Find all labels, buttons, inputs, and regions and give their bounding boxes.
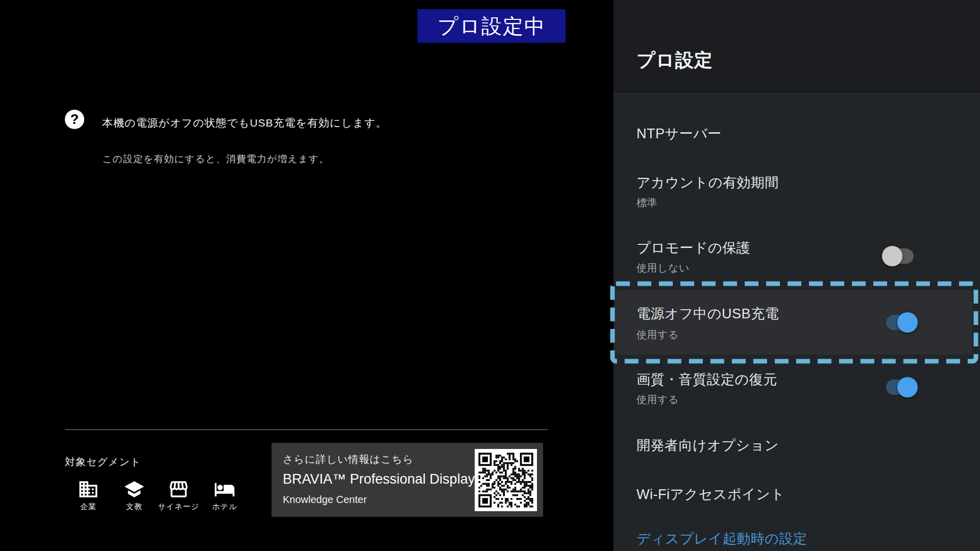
menu-item-value: 使用する	[636, 328, 679, 342]
menu-item-value: 使用しない	[636, 261, 690, 275]
menu-item-label: NTPサーバー	[636, 124, 722, 143]
segment-item-hotel: ホテル	[197, 479, 253, 514]
menu-item-label: 開発者向けオプション	[636, 436, 779, 455]
menu-item-label: プロモードの保護	[636, 239, 750, 257]
info-more-details-text: さらに詳しい情報はこちら	[283, 453, 413, 466]
pro-settings-panel: プロ設定 NTPサーバー アカウントの有効期間 標準 プロモードの保護 使用しな…	[614, 0, 980, 551]
target-segments-title: 対象セグメント	[65, 455, 141, 469]
hotel-icon	[214, 479, 235, 500]
menu-item-value: 標準	[636, 196, 657, 210]
help-question-icon: ?	[65, 110, 84, 129]
toggle-av-settings-restore[interactable]	[886, 380, 914, 395]
info-knowledge-center-text: Knowledge Center	[283, 494, 367, 506]
school-icon	[124, 479, 145, 500]
setting-description-line2: この設定を有効にすると、消費電力が増えます。	[102, 153, 329, 166]
toggle-knob	[882, 246, 902, 266]
menu-item-label: 画質・音質設定の復元	[636, 370, 777, 389]
building-icon	[78, 479, 99, 500]
footer-divider	[65, 429, 548, 430]
menu-item-ntp-server[interactable]: NTPサーバー	[614, 117, 980, 148]
panel-title: プロ設定	[636, 48, 713, 73]
menu-item-display-startup-settings[interactable]: ディスプレイ起動時の設定	[614, 524, 980, 551]
pro-mode-active-badge: プロ設定中	[418, 9, 566, 43]
menu-item-wifi-access-point[interactable]: Wi-Fiアクセスポイント	[614, 480, 980, 511]
storefront-icon	[168, 479, 189, 500]
knowledge-center-info-box: さらに詳しい情報はこちら BRAVIA™ Professional Displa…	[272, 443, 543, 517]
menu-item-usb-charge-power-off[interactable]: 電源オフ中のUSB充電 使用する	[614, 282, 980, 363]
menu-item-label: Wi-Fiアクセスポイント	[636, 485, 785, 504]
toggle-usb-charge[interactable]	[886, 315, 914, 330]
segment-label: ホテル	[212, 502, 237, 512]
segment-label: 企業	[80, 502, 96, 512]
menu-item-value: 使用する	[636, 393, 679, 407]
menu-item-pro-mode-protection[interactable]: プロモードの保護 使用しない	[614, 234, 980, 285]
menu-item-account-validity[interactable]: アカウントの有効期間 標準	[614, 168, 980, 214]
menu-item-label: アカウントの有効期間	[636, 173, 779, 192]
toggle-pro-mode-protection[interactable]	[886, 248, 914, 264]
segment-label: 文教	[126, 502, 142, 512]
menu-item-label: ディスプレイ起動時の設定	[636, 530, 807, 548]
segment-label: サイネージ	[158, 502, 199, 512]
menu-item-label: 電源オフ中のUSB充電	[636, 305, 779, 323]
menu-item-developer-options[interactable]: 開発者向けオプション	[614, 431, 980, 462]
toggle-knob	[897, 377, 918, 397]
menu-item-av-settings-restore[interactable]: 画質・音質設定の復元 使用する	[614, 365, 980, 416]
panel-header: プロ設定	[614, 0, 980, 94]
setting-description-line1: 本機の電源がオフの状態でもUSB充電を有効にします。	[102, 116, 387, 130]
info-bravia-title: BRAVIA™ Professional Displays	[283, 471, 482, 487]
toggle-knob	[897, 312, 918, 333]
qr-code	[475, 449, 537, 511]
